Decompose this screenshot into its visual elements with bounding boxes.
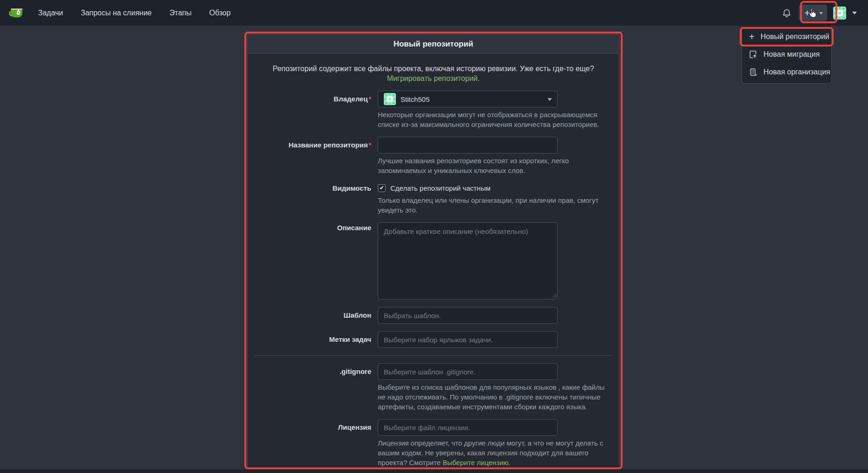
owner-avatar bbox=[384, 93, 396, 105]
create-new-button[interactable] bbox=[799, 5, 827, 21]
license-help-text: Лицензия определяет, что другие люди мог… bbox=[378, 438, 612, 467]
private-checkbox[interactable] bbox=[378, 184, 386, 192]
mouse-cursor-hand-icon bbox=[807, 7, 819, 22]
menu-item-label: Новая миграция bbox=[763, 50, 820, 59]
gitea-app: Задачи Запросы на слияние Этапы Обзор bbox=[0, 0, 868, 473]
gitignore-label: .gitignore bbox=[254, 363, 371, 412]
migrate-icon bbox=[749, 50, 757, 59]
gitea-logo-icon[interactable] bbox=[8, 6, 24, 20]
organization-icon bbox=[749, 68, 757, 76]
menu-item-new-migration[interactable]: Новая миграция bbox=[742, 46, 831, 63]
required-asterisk: * bbox=[369, 95, 371, 103]
nav-links: Задачи Запросы на слияние Этапы Обзор bbox=[38, 9, 230, 17]
field-row-repo-name: Название репозитория* Лучшие названия ре… bbox=[254, 137, 612, 175]
bottom-edge-strip bbox=[0, 469, 868, 473]
field-row-owner: Владелец* bbox=[254, 91, 612, 129]
navbar-right bbox=[782, 0, 857, 26]
chevron-down-icon bbox=[819, 12, 823, 14]
menu-item-label: Новая организация bbox=[763, 68, 830, 76]
repo-name-label: Название репозитория* bbox=[254, 137, 371, 175]
template-input[interactable] bbox=[378, 307, 558, 324]
template-label: Шаблон bbox=[254, 307, 371, 324]
description-label: Описание bbox=[254, 222, 371, 300]
visibility-label: Видимость bbox=[254, 183, 371, 215]
form-section-divider bbox=[254, 355, 612, 356]
menu-item-label: Новый репозиторий bbox=[761, 33, 829, 41]
required-asterisk: * bbox=[369, 141, 371, 149]
repo-name-help-text: Лучшие названия репозиториев состоят из … bbox=[378, 156, 612, 175]
choose-license-link[interactable]: Выберите лицензию. bbox=[442, 459, 510, 466]
license-label: Лицензия bbox=[254, 419, 371, 467]
new-repository-form: Новый репозиторий Репозиторий содержит в… bbox=[247, 34, 619, 468]
owner-select[interactable]: Stitch505 bbox=[378, 91, 558, 107]
intro-static-text: Репозиторий содержит все файлы проекта, … bbox=[273, 65, 594, 73]
owner-help-text: Некоторые организации могут не отображат… bbox=[378, 110, 612, 129]
description-textarea[interactable] bbox=[378, 222, 558, 300]
menu-item-new-repository[interactable]: Новый репозиторий bbox=[742, 28, 831, 46]
field-row-template: Шаблон bbox=[254, 307, 612, 324]
field-row-description: Описание bbox=[254, 222, 612, 300]
form-intro-text: Репозиторий содержит все файлы проекта, … bbox=[255, 64, 612, 83]
plus-icon bbox=[749, 32, 755, 42]
field-row-license: Лицензия Лицензия определяет, что другие… bbox=[254, 419, 612, 467]
issue-labels-label: Метки задач bbox=[254, 331, 371, 348]
repo-name-input[interactable] bbox=[378, 137, 558, 153]
field-row-gitignore: .gitignore Выберите из списка шаблонов д… bbox=[254, 363, 612, 412]
owner-value: Stitch505 bbox=[401, 95, 430, 103]
visibility-help-text: Только владелец или члены организации, п… bbox=[378, 195, 612, 215]
form-body: Репозиторий содержит все файлы проекта, … bbox=[248, 53, 619, 467]
nav-item-explore[interactable]: Обзор bbox=[209, 9, 230, 17]
user-avatar[interactable] bbox=[833, 7, 846, 20]
owner-label: Владелец* bbox=[254, 91, 371, 129]
field-row-issue-labels: Метки задач bbox=[254, 331, 612, 348]
chevron-down-icon bbox=[547, 98, 552, 101]
user-menu-caret-icon[interactable] bbox=[852, 12, 857, 14]
nav-item-pull-requests[interactable]: Запросы на слияние bbox=[81, 9, 152, 17]
private-checkbox-label[interactable]: Сделать репозиторий частным bbox=[390, 184, 491, 192]
license-input[interactable] bbox=[378, 419, 558, 436]
issue-labels-input[interactable] bbox=[378, 331, 558, 348]
nav-item-milestones[interactable]: Этапы bbox=[169, 9, 191, 17]
menu-item-new-organization[interactable]: Новая организация bbox=[742, 63, 831, 81]
form-title: Новый репозиторий bbox=[248, 35, 619, 53]
gitignore-help-text: Выберите из списка шаблонов для популярн… bbox=[378, 382, 612, 412]
field-row-visibility: Видимость Сделать репозиторий частным То… bbox=[254, 183, 612, 215]
nav-item-issues[interactable]: Задачи bbox=[38, 9, 63, 17]
create-new-dropdown-menu: Новый репозиторий Новая миграция bbox=[742, 26, 832, 84]
gitignore-input[interactable] bbox=[378, 363, 558, 380]
navbar: Задачи Запросы на слияние Этапы Обзор bbox=[0, 0, 868, 26]
notifications-bell-icon[interactable] bbox=[782, 7, 793, 19]
migrate-repository-link[interactable]: Мигрировать репозиторий. bbox=[387, 74, 480, 82]
